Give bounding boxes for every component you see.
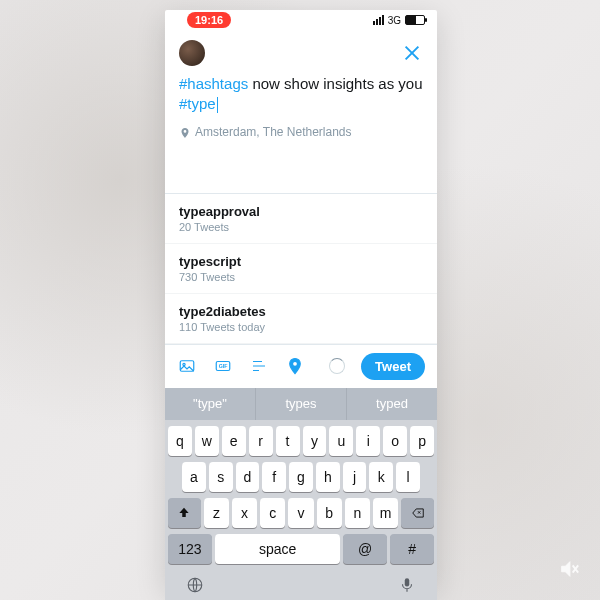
compose-area[interactable]: #hashtags now show insights as you #type… <box>165 74 437 139</box>
avatar[interactable] <box>179 40 205 66</box>
status-bar: 19:16 3G <box>165 10 437 30</box>
key-row: 123 space @ # <box>168 534 434 564</box>
close-icon[interactable] <box>401 42 423 64</box>
mute-icon[interactable] <box>558 558 580 580</box>
globe-icon[interactable] <box>186 576 204 598</box>
at-key[interactable]: @ <box>343 534 387 564</box>
numbers-key[interactable]: 123 <box>168 534 212 564</box>
key-v[interactable]: v <box>288 498 313 528</box>
suggestion-item[interactable]: typeapproval 20 Tweets <box>165 194 437 244</box>
svg-text:GIF: GIF <box>219 363 229 369</box>
recording-pill: 19:16 <box>187 12 231 28</box>
key-q[interactable]: q <box>168 426 192 456</box>
key-f[interactable]: f <box>262 462 286 492</box>
char-count-spinner <box>329 358 345 374</box>
key-p[interactable]: p <box>410 426 434 456</box>
key-j[interactable]: j <box>343 462 367 492</box>
key-row: asdfghjkl <box>168 462 434 492</box>
space-key[interactable]: space <box>215 534 340 564</box>
key-r[interactable]: r <box>249 426 273 456</box>
shift-key[interactable] <box>168 498 201 528</box>
key-g[interactable]: g <box>289 462 313 492</box>
key-z[interactable]: z <box>204 498 229 528</box>
key-s[interactable]: s <box>209 462 233 492</box>
battery-icon <box>405 15 425 25</box>
key-row: zxcvbnm <box>168 498 434 528</box>
image-icon[interactable] <box>177 356 197 376</box>
poll-icon[interactable] <box>249 356 269 376</box>
hashtag: #hashtags <box>179 75 248 92</box>
svg-rect-6 <box>405 578 410 586</box>
hash-key[interactable]: # <box>390 534 434 564</box>
prediction[interactable]: typed <box>347 388 437 420</box>
key-d[interactable]: d <box>236 462 260 492</box>
keyboard-bottom <box>168 570 434 600</box>
suggestion-item[interactable]: typescript 730 Tweets <box>165 244 437 294</box>
key-x[interactable]: x <box>232 498 257 528</box>
backspace-key[interactable] <box>401 498 434 528</box>
prediction[interactable]: "type" <box>165 388 256 420</box>
location-icon[interactable] <box>285 356 305 376</box>
mic-icon[interactable] <box>398 576 416 598</box>
location-pin-icon <box>179 127 189 137</box>
compose-text[interactable]: #hashtags now show insights as you #type <box>179 74 423 115</box>
key-row: qwertyuiop <box>168 426 434 456</box>
key-b[interactable]: b <box>317 498 342 528</box>
hashtag-suggestions: typeapproval 20 Tweets typescript 730 Tw… <box>165 193 437 344</box>
tweet-button[interactable]: Tweet <box>361 353 425 380</box>
gif-icon[interactable]: GIF <box>213 356 233 376</box>
hashtag-typing: #type <box>179 95 216 112</box>
key-a[interactable]: a <box>182 462 206 492</box>
key-u[interactable]: u <box>329 426 353 456</box>
network-label: 3G <box>388 15 401 26</box>
compose-toolbar: GIF Tweet <box>165 344 437 388</box>
compose-header <box>165 30 437 74</box>
key-w[interactable]: w <box>195 426 219 456</box>
key-t[interactable]: t <box>276 426 300 456</box>
key-l[interactable]: l <box>396 462 420 492</box>
key-o[interactable]: o <box>383 426 407 456</box>
key-n[interactable]: n <box>345 498 370 528</box>
location-tag[interactable]: Amsterdam, The Netherlands <box>179 125 423 139</box>
prediction[interactable]: types <box>256 388 347 420</box>
key-y[interactable]: y <box>303 426 327 456</box>
key-i[interactable]: i <box>356 426 380 456</box>
phone-frame: 19:16 3G #hashtags now show insights as … <box>165 10 437 588</box>
text-cursor <box>217 97 218 113</box>
key-m[interactable]: m <box>373 498 398 528</box>
key-h[interactable]: h <box>316 462 340 492</box>
key-k[interactable]: k <box>369 462 393 492</box>
svg-point-4 <box>293 362 297 366</box>
key-c[interactable]: c <box>260 498 285 528</box>
location-text: Amsterdam, The Netherlands <box>195 125 352 139</box>
keyboard: qwertyuiop asdfghjkl zxcvbnm 123 space @… <box>165 420 437 601</box>
signal-icon <box>373 15 384 25</box>
keyboard-predictions: "type" types typed <box>165 388 437 420</box>
suggestion-item[interactable]: type2diabetes 110 Tweets today <box>165 294 437 344</box>
key-e[interactable]: e <box>222 426 246 456</box>
